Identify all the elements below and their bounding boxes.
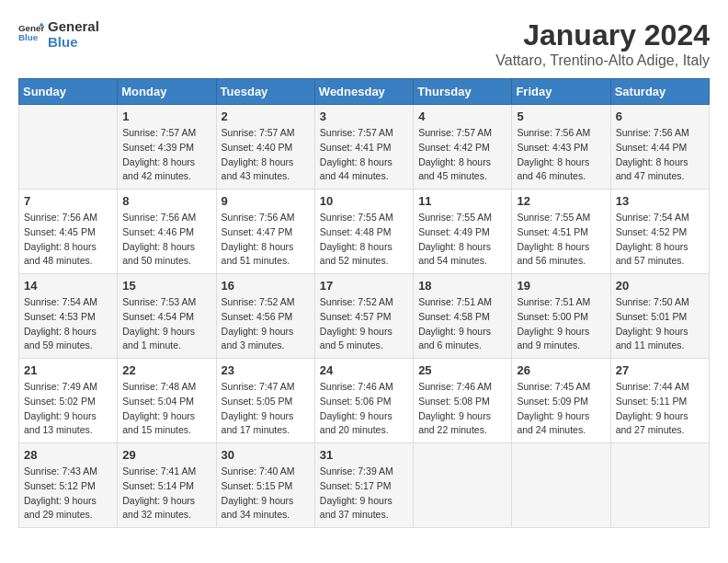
day-number: 4 [418,109,506,123]
day-info: Sunrise: 7:40 AMSunset: 5:15 PMDaylight:… [222,465,310,523]
header-friday: Friday [512,79,610,105]
day-number: 23 [222,363,310,377]
day-number: 3 [320,109,408,123]
header-thursday: Thursday [414,79,512,105]
day-number: 6 [616,109,704,123]
day-info: Sunrise: 7:39 AMSunset: 5:17 PMDaylight:… [320,465,408,523]
day-number: 29 [122,448,210,462]
calendar-cell: 14Sunrise: 7:54 AMSunset: 4:53 PMDayligh… [19,274,118,359]
day-info: Sunrise: 7:54 AMSunset: 4:52 PMDaylight:… [616,211,704,269]
day-info: Sunrise: 7:44 AMSunset: 5:11 PMDaylight:… [616,380,704,438]
day-info: Sunrise: 7:56 AMSunset: 4:44 PMDaylight:… [616,126,704,184]
day-number: 24 [320,363,408,377]
day-info: Sunrise: 7:43 AMSunset: 5:12 PMDaylight:… [24,465,112,523]
day-info: Sunrise: 7:51 AMSunset: 5:00 PMDaylight:… [517,295,605,353]
day-info: Sunrise: 7:55 AMSunset: 4:51 PMDaylight:… [517,211,605,269]
calendar-cell: 25Sunrise: 7:46 AMSunset: 5:08 PMDayligh… [414,359,512,443]
logo: General Blue General Blue [18,18,99,50]
calendar-cell: 19Sunrise: 7:51 AMSunset: 5:00 PMDayligh… [512,274,610,359]
day-number: 5 [517,109,605,123]
day-info: Sunrise: 7:51 AMSunset: 4:58 PMDaylight:… [418,295,506,353]
day-number: 12 [517,194,605,208]
day-info: Sunrise: 7:56 AMSunset: 4:46 PMDaylight:… [122,211,210,269]
day-number: 11 [418,194,506,208]
day-number: 8 [122,194,210,208]
calendar-cell: 22Sunrise: 7:48 AMSunset: 5:04 PMDayligh… [118,359,216,443]
day-info: Sunrise: 7:54 AMSunset: 4:53 PMDaylight:… [24,295,112,353]
calendar-cell: 28Sunrise: 7:43 AMSunset: 5:12 PMDayligh… [19,443,118,528]
day-info: Sunrise: 7:57 AMSunset: 4:42 PMDaylight:… [418,126,506,184]
day-number: 25 [418,363,506,377]
day-number: 19 [517,279,605,293]
day-number: 15 [122,279,210,293]
calendar-cell: 10Sunrise: 7:55 AMSunset: 4:48 PMDayligh… [314,190,413,274]
day-number: 31 [320,448,408,462]
calendar-cell [512,443,610,528]
svg-text:Blue: Blue [18,32,39,42]
day-number: 2 [222,109,310,123]
day-number: 28 [24,448,112,462]
week-row-1: 1Sunrise: 7:57 AMSunset: 4:39 PMDaylight… [19,105,710,190]
day-info: Sunrise: 7:57 AMSunset: 4:40 PMDaylight:… [222,126,310,184]
calendar-cell: 8Sunrise: 7:56 AMSunset: 4:46 PMDaylight… [118,190,216,274]
day-info: Sunrise: 7:50 AMSunset: 5:01 PMDaylight:… [616,295,704,353]
calendar-cell: 18Sunrise: 7:51 AMSunset: 4:58 PMDayligh… [414,274,512,359]
header-saturday: Saturday [610,79,709,105]
day-number: 22 [122,363,210,377]
calendar-cell: 21Sunrise: 7:49 AMSunset: 5:02 PMDayligh… [19,359,118,443]
day-info: Sunrise: 7:56 AMSunset: 4:43 PMDaylight:… [517,126,605,184]
calendar-cell: 4Sunrise: 7:57 AMSunset: 4:42 PMDaylight… [414,105,512,190]
day-number: 17 [320,279,408,293]
calendar-cell [414,443,512,528]
day-info: Sunrise: 7:56 AMSunset: 4:45 PMDaylight:… [24,211,112,269]
calendar-cell: 30Sunrise: 7:40 AMSunset: 5:15 PMDayligh… [216,443,314,528]
calendar-cell: 13Sunrise: 7:54 AMSunset: 4:52 PMDayligh… [610,190,709,274]
day-info: Sunrise: 7:47 AMSunset: 5:05 PMDaylight:… [222,380,310,438]
calendar-cell: 17Sunrise: 7:52 AMSunset: 4:57 PMDayligh… [314,274,413,359]
calendar-cell: 27Sunrise: 7:44 AMSunset: 5:11 PMDayligh… [610,359,709,443]
header: General Blue General Blue January 2024 V… [18,18,710,69]
header-monday: Monday [118,79,216,105]
calendar-cell: 29Sunrise: 7:41 AMSunset: 5:14 PMDayligh… [118,443,216,528]
calendar-cell: 23Sunrise: 7:47 AMSunset: 5:05 PMDayligh… [216,359,314,443]
calendar-cell [610,443,709,528]
calendar-cell: 31Sunrise: 7:39 AMSunset: 5:17 PMDayligh… [314,443,413,528]
calendar-cell: 15Sunrise: 7:53 AMSunset: 4:54 PMDayligh… [118,274,216,359]
header-wednesday: Wednesday [314,79,413,105]
month-title: January 2024 [495,18,710,52]
day-info: Sunrise: 7:46 AMSunset: 5:06 PMDaylight:… [320,380,408,438]
calendar-cell [19,105,118,190]
header-tuesday: Tuesday [216,79,314,105]
day-number: 21 [24,363,112,377]
day-number: 18 [418,279,506,293]
week-row-2: 7Sunrise: 7:56 AMSunset: 4:45 PMDaylight… [19,190,710,274]
calendar-cell: 5Sunrise: 7:56 AMSunset: 4:43 PMDaylight… [512,105,610,190]
day-info: Sunrise: 7:57 AMSunset: 4:41 PMDaylight:… [320,126,408,184]
day-info: Sunrise: 7:57 AMSunset: 4:39 PMDaylight:… [122,126,210,184]
logo-icon: General Blue [18,21,44,47]
day-info: Sunrise: 7:55 AMSunset: 4:48 PMDaylight:… [320,211,408,269]
day-number: 27 [616,363,704,377]
logo-blue: Blue [48,34,99,50]
day-info: Sunrise: 7:52 AMSunset: 4:57 PMDaylight:… [320,295,408,353]
day-number: 26 [517,363,605,377]
calendar-cell: 6Sunrise: 7:56 AMSunset: 4:44 PMDaylight… [610,105,709,190]
header-sunday: Sunday [19,79,118,105]
calendar-cell: 26Sunrise: 7:45 AMSunset: 5:09 PMDayligh… [512,359,610,443]
calendar-table: Sunday Monday Tuesday Wednesday Thursday… [18,78,710,528]
calendar-cell: 9Sunrise: 7:56 AMSunset: 4:47 PMDaylight… [216,190,314,274]
calendar-body: 1Sunrise: 7:57 AMSunset: 4:39 PMDaylight… [19,105,710,528]
weekday-header-row: Sunday Monday Tuesday Wednesday Thursday… [19,79,710,105]
day-info: Sunrise: 7:45 AMSunset: 5:09 PMDaylight:… [517,380,605,438]
day-number: 14 [24,279,112,293]
week-row-3: 14Sunrise: 7:54 AMSunset: 4:53 PMDayligh… [19,274,710,359]
logo-general: General [48,18,99,34]
day-number: 20 [616,279,704,293]
day-number: 10 [320,194,408,208]
day-info: Sunrise: 7:56 AMSunset: 4:47 PMDaylight:… [222,211,310,269]
week-row-5: 28Sunrise: 7:43 AMSunset: 5:12 PMDayligh… [19,443,710,528]
title-area: January 2024 Vattaro, Trentino-Alto Adig… [495,18,710,69]
day-info: Sunrise: 7:53 AMSunset: 4:54 PMDaylight:… [122,295,210,353]
calendar-cell: 7Sunrise: 7:56 AMSunset: 4:45 PMDaylight… [19,190,118,274]
day-info: Sunrise: 7:48 AMSunset: 5:04 PMDaylight:… [122,380,210,438]
